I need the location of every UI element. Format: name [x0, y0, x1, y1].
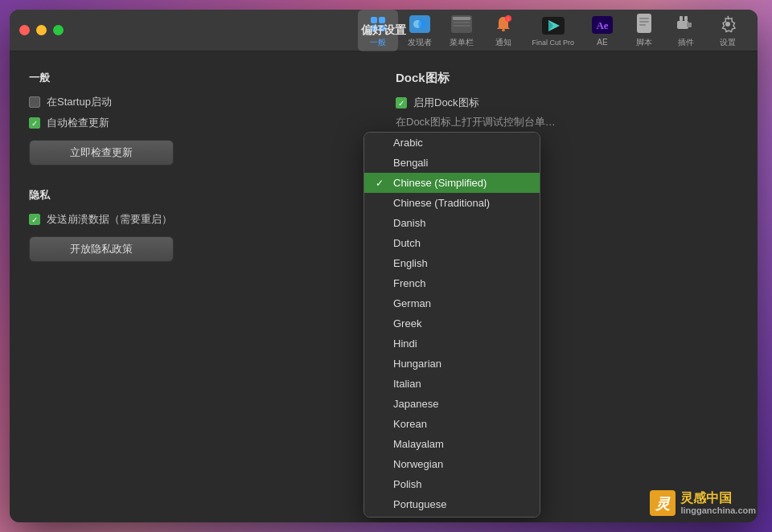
- watermark-main: 灵感中国: [680, 490, 756, 505]
- language-label: Chinese (Traditional): [393, 197, 490, 209]
- startup-row[interactable]: 在Startup启动: [29, 95, 360, 109]
- language-label: Chinese (Simplified): [393, 177, 487, 189]
- notification-icon: !: [492, 13, 515, 35]
- fullscreen-button[interactable]: [53, 25, 64, 35]
- preferences-window: 偏好设置 一般: [10, 10, 758, 522]
- scripts-icon: [633, 13, 655, 35]
- crash-report-checkbox[interactable]: [29, 214, 40, 225]
- language-option[interactable]: Japanese: [364, 394, 540, 414]
- language-option[interactable]: Bengali: [364, 153, 540, 173]
- minimize-button[interactable]: [36, 25, 47, 35]
- privacy-section: 隐私 发送崩溃数据（需要重启） 开放隐私政策: [29, 188, 360, 262]
- language-option[interactable]: Malayalam: [364, 434, 540, 454]
- dock-section-title: Dock图标: [396, 71, 741, 86]
- svg-rect-8: [453, 17, 470, 20]
- crash-report-row[interactable]: 发送崩溃数据（需要重启）: [29, 212, 360, 227]
- toolbar-label-plugins: 插件: [678, 37, 694, 48]
- toolbar-label-menubar: 菜单栏: [450, 37, 474, 48]
- svg-point-6: [418, 20, 426, 28]
- startup-label: 在Startup启动: [47, 95, 112, 109]
- privacy-section-title: 隐私: [29, 188, 360, 203]
- language-option[interactable]: Hindi: [364, 334, 540, 354]
- svg-rect-24: [684, 16, 688, 21]
- privacy-policy-button[interactable]: 开放隐私政策: [29, 236, 174, 262]
- language-label: German: [393, 297, 431, 309]
- svg-rect-0: [371, 17, 377, 23]
- toolbar-item-scripts[interactable]: 脚本: [624, 10, 664, 51]
- language-label: English: [393, 257, 428, 269]
- language-option[interactable]: Danish: [364, 213, 540, 233]
- menubar-icon: [450, 13, 473, 35]
- crash-report-label: 发送崩溃数据（需要重启）: [47, 212, 172, 227]
- toolbar-item-notifications[interactable]: ! 通知: [483, 10, 524, 51]
- close-button[interactable]: [19, 25, 30, 35]
- language-option[interactable]: Arabic: [364, 133, 540, 153]
- toolbar-label-finalcutpro: Final Cut Pro: [532, 39, 574, 47]
- toolbar-item-plugins[interactable]: 插件: [666, 10, 706, 51]
- watermark-logo: 灵: [650, 490, 676, 516]
- language-option[interactable]: ✓Chinese (Simplified): [364, 173, 540, 193]
- language-label: Korean: [393, 418, 427, 430]
- svg-rect-20: [639, 24, 646, 26]
- language-option[interactable]: Hungarian: [364, 354, 540, 374]
- svg-rect-17: [637, 14, 651, 33]
- settings-icon: [717, 13, 739, 35]
- titlebar: 偏好设置 一般: [10, 10, 758, 51]
- language-option[interactable]: Polish: [364, 474, 540, 494]
- language-label: Malayalam: [393, 438, 444, 450]
- language-label: Hindi: [393, 338, 417, 350]
- toolbar: 一般 发现者: [358, 10, 748, 51]
- toolbar-item-settings[interactable]: 设置: [708, 10, 748, 51]
- language-option[interactable]: French: [364, 273, 540, 293]
- svg-rect-19: [639, 21, 649, 23]
- toolbar-item-finalcutpro[interactable]: Final Cut Pro: [525, 11, 581, 50]
- watermark-sub: lingganchina.com: [680, 505, 756, 516]
- language-label: Arabic: [393, 137, 423, 149]
- toolbar-label-notifications: 通知: [495, 37, 511, 48]
- auto-check-checkbox[interactable]: [29, 117, 40, 129]
- svg-rect-22: [687, 23, 692, 27]
- language-option[interactable]: English: [364, 253, 540, 273]
- language-label: Hungarian: [393, 358, 441, 370]
- language-option[interactable]: Punjabi: [364, 514, 540, 518]
- language-option[interactable]: Korean: [364, 414, 540, 434]
- language-option[interactable]: Italian: [364, 374, 540, 394]
- language-option[interactable]: Dutch: [364, 233, 540, 253]
- window-title: 偏好设置: [361, 23, 406, 38]
- general-section: 一般 在Startup启动 自动检查更新 立即检查更新: [29, 71, 360, 166]
- svg-rect-18: [639, 18, 649, 19]
- language-option[interactable]: Portuguese: [364, 494, 540, 514]
- enable-dock-checkbox[interactable]: [396, 97, 407, 108]
- update-check-button[interactable]: 立即检查更新: [29, 140, 174, 166]
- language-option[interactable]: German: [364, 293, 540, 313]
- general-section-title: 一般: [29, 71, 360, 85]
- svg-text:灵: 灵: [655, 496, 671, 512]
- language-dropdown[interactable]: ArabicBengali✓Chinese (Simplified)Chines…: [363, 132, 540, 518]
- svg-rect-11: [502, 29, 505, 31]
- auto-check-label: 自动检查更新: [47, 116, 109, 130]
- auto-check-row[interactable]: 自动检查更新: [29, 116, 360, 130]
- watermark: 灵 灵感中国 lingganchina.com: [650, 490, 756, 516]
- language-option[interactable]: Chinese (Traditional): [364, 193, 540, 213]
- toolbar-label-scripts: 脚本: [636, 37, 652, 48]
- right-panel: Dock图标 启用Dock图标 在Dock图标上打开调试控制台单市... Ara…: [380, 51, 758, 522]
- content-area: 一般 在Startup启动 自动检查更新 立即检查更新 隐私 发送崩溃数据（需要…: [10, 51, 758, 522]
- traffic-lights: [19, 25, 64, 35]
- language-option[interactable]: Norwegian: [364, 454, 540, 474]
- language-option[interactable]: Greek: [364, 313, 540, 334]
- check-mark-icon: ✓: [376, 178, 387, 189]
- finder-icon: [409, 13, 431, 35]
- startup-checkbox[interactable]: [29, 96, 40, 108]
- toolbar-item-ae[interactable]: Ae AE: [582, 10, 622, 50]
- enable-dock-row[interactable]: 启用Dock图标: [396, 96, 741, 110]
- svg-rect-9: [453, 22, 470, 23]
- language-label: Bengali: [393, 157, 428, 169]
- toolbar-label-general: 一般: [370, 37, 386, 48]
- enable-dock-label: 启用Dock图标: [413, 96, 479, 110]
- toolbar-label-settings: 设置: [720, 37, 736, 48]
- language-label: Polish: [393, 478, 421, 490]
- finalcutpro-icon: [542, 14, 565, 37]
- language-label: Portuguese: [393, 498, 447, 510]
- toolbar-item-menubar[interactable]: 菜单栏: [441, 10, 482, 51]
- svg-text:Ae: Ae: [596, 19, 608, 31]
